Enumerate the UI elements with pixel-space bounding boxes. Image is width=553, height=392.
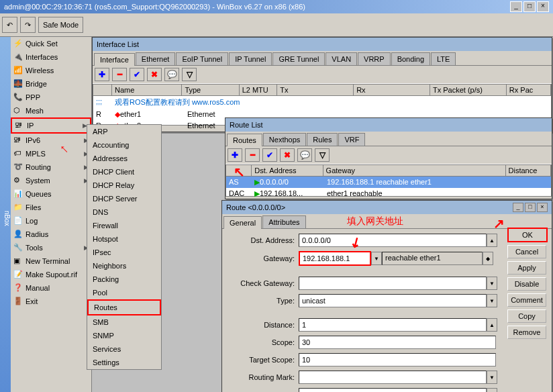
- submenu-firewall[interactable]: Firewall: [87, 219, 161, 232]
- safe-mode-button[interactable]: Safe Mode: [38, 17, 83, 33]
- col-l2mtu[interactable]: L2 MTU: [240, 85, 278, 95]
- sidebar-item-queues[interactable]: 📊Queues: [11, 187, 91, 201]
- sidebar-item-tools[interactable]: 🔧Tools▶: [11, 241, 91, 254]
- col-name[interactable]: Name: [112, 85, 182, 95]
- check-gateway-input[interactable]: [299, 277, 487, 290]
- comment-button[interactable]: Comment: [507, 293, 546, 307]
- tab-general[interactable]: General: [223, 216, 262, 229]
- distance-input[interactable]: [299, 318, 487, 332]
- submenu-accounting[interactable]: Accounting: [87, 138, 161, 152]
- type-input[interactable]: [299, 294, 487, 307]
- dropdown-icon[interactable]: ▼: [487, 371, 497, 384]
- routing-mark-input[interactable]: [299, 371, 487, 384]
- tab-lte[interactable]: LTE: [431, 52, 456, 65]
- dropdown-icon[interactable]: ▲: [487, 234, 497, 247]
- sidebar-item-manual[interactable]: ❓Manual: [11, 281, 91, 295]
- ok-button[interactable]: OK: [507, 228, 548, 242]
- submenu-addresses[interactable]: Addresses: [87, 152, 161, 165]
- tab-vlan[interactable]: VLAN: [325, 52, 357, 65]
- tab-ethernet[interactable]: Ethernet: [136, 52, 176, 65]
- remove-button[interactable]: ━: [112, 68, 127, 81]
- submenu-dhcp-relay[interactable]: DHCP Relay: [87, 179, 161, 192]
- sidebar-item-bridge[interactable]: 🌉Bridge: [11, 77, 91, 91]
- sidebar-item-mesh[interactable]: ⬡Mesh: [11, 104, 91, 117]
- sidebar-item-exit[interactable]: 🚪Exit: [11, 295, 91, 308]
- window-title[interactable]: Interface List: [93, 38, 552, 51]
- sidebar-item-radius[interactable]: 👤Radius: [11, 228, 91, 241]
- grid-row[interactable]: AS▶0.0.0.0/0192.168.188.1 reachable ethe…: [226, 177, 551, 188]
- submenu-neighbors[interactable]: Neighbors: [87, 259, 161, 273]
- col-dist[interactable]: Distance: [506, 165, 551, 176]
- tab-gre[interactable]: GRE Tunnel: [272, 52, 325, 65]
- maximize-icon[interactable]: □: [523, 1, 536, 12]
- submenu-dhcp-server[interactable]: DHCP Server: [87, 192, 161, 205]
- remove-button[interactable]: ━: [245, 148, 260, 162]
- filter-button[interactable]: ▽: [182, 68, 197, 81]
- tab-eoip[interactable]: EoIP Tunnel: [176, 52, 228, 65]
- grid-row[interactable]: DAC▶192.168.18...ether1 reachable: [226, 188, 551, 199]
- dropdown-icon[interactable]: ▼: [487, 388, 497, 392]
- filter-button[interactable]: ▽: [315, 148, 330, 162]
- close-icon[interactable]: ×: [537, 1, 549, 12]
- apply-button[interactable]: Apply: [507, 261, 546, 275]
- submenu-dhcp-client[interactable]: DHCP Client: [87, 165, 161, 179]
- tab-attributes[interactable]: Attributes: [262, 215, 305, 228]
- gateway-input[interactable]: [299, 251, 371, 266]
- dropdown-icon[interactable]: ▼: [371, 252, 382, 265]
- pref-source-input[interactable]: [299, 388, 487, 392]
- sidebar-item-files[interactable]: 📁Files: [11, 201, 91, 214]
- scope-input[interactable]: [299, 336, 496, 349]
- submenu-snmp[interactable]: SNMP: [87, 329, 161, 342]
- dropdown-icon[interactable]: ▼: [487, 277, 497, 290]
- submenu-smb[interactable]: SMB: [87, 315, 161, 329]
- tab-routes[interactable]: Routes: [227, 134, 262, 146]
- submenu-pool[interactable]: Pool: [87, 286, 161, 299]
- window-title[interactable]: Route <0.0.0.0/0> _ □ ×: [222, 201, 552, 214]
- sidebar-item-log[interactable]: 📄Log: [11, 214, 91, 228]
- col-tx[interactable]: Tx: [277, 85, 354, 95]
- minimize-icon[interactable]: _: [513, 203, 523, 212]
- tab-nexthops[interactable]: Nexthops: [263, 133, 306, 146]
- disable-button[interactable]: Disable: [507, 277, 546, 291]
- sidebar-item-wireless[interactable]: 📶Wireless: [11, 64, 91, 77]
- tab-bonding[interactable]: Bonding: [391, 52, 430, 65]
- tab-interface[interactable]: Interface: [94, 53, 135, 66]
- comment-button[interactable]: 💬: [297, 148, 312, 162]
- sidebar-item-ppp[interactable]: 📞PPP: [11, 91, 91, 104]
- sidebar-item-routing[interactable]: ➰Routing▶: [11, 160, 91, 174]
- tab-rules[interactable]: Rules: [307, 133, 338, 146]
- col-rxp[interactable]: Rx Pac: [507, 85, 551, 95]
- col-dst[interactable]: Dst. Address: [252, 165, 323, 176]
- enable-button[interactable]: ✔: [130, 68, 144, 81]
- disable-button[interactable]: ✖: [147, 68, 162, 81]
- submenu-settings[interactable]: Settings: [87, 356, 161, 369]
- dst-address-input[interactable]: [299, 234, 487, 247]
- remove-button[interactable]: Remove: [507, 326, 546, 339]
- redo-button[interactable]: ↷: [20, 17, 36, 33]
- minimize-icon[interactable]: _: [510, 1, 522, 12]
- close-icon[interactable]: ×: [537, 203, 548, 212]
- col-txp[interactable]: Tx Packet (p/s): [430, 85, 507, 95]
- submenu-dns[interactable]: DNS: [87, 205, 161, 219]
- add-button[interactable]: ✚: [228, 148, 242, 162]
- submenu-arp[interactable]: ARP: [87, 125, 161, 138]
- col-type[interactable]: Type: [182, 85, 239, 95]
- target-scope-input[interactable]: [299, 353, 496, 366]
- submenu-ipsec[interactable]: IPsec: [87, 246, 161, 259]
- cancel-button[interactable]: Cancel: [507, 245, 546, 258]
- sidebar-item-supout[interactable]: 📝Make Supout.rif: [11, 268, 91, 281]
- copy-button[interactable]: Copy: [507, 309, 546, 323]
- col-rx[interactable]: Rx: [354, 85, 430, 95]
- spinner-icon[interactable]: ◆: [483, 252, 493, 265]
- sidebar-item-system[interactable]: ⚙System▶: [11, 174, 91, 187]
- col-gw[interactable]: Gateway: [323, 165, 506, 176]
- submenu-routes[interactable]: Routes: [87, 299, 161, 315]
- enable-button[interactable]: ✔: [262, 148, 277, 162]
- submenu-services[interactable]: Services: [87, 342, 161, 356]
- add-button[interactable]: ✚: [95, 68, 109, 81]
- tab-iptunnel[interactable]: IP Tunnel: [229, 52, 272, 65]
- undo-button[interactable]: ↶: [2, 17, 17, 33]
- maximize-icon[interactable]: □: [525, 203, 536, 212]
- disable-button[interactable]: ✖: [280, 148, 295, 162]
- sidebar-item-newterminal[interactable]: ▣New Terminal: [11, 254, 91, 268]
